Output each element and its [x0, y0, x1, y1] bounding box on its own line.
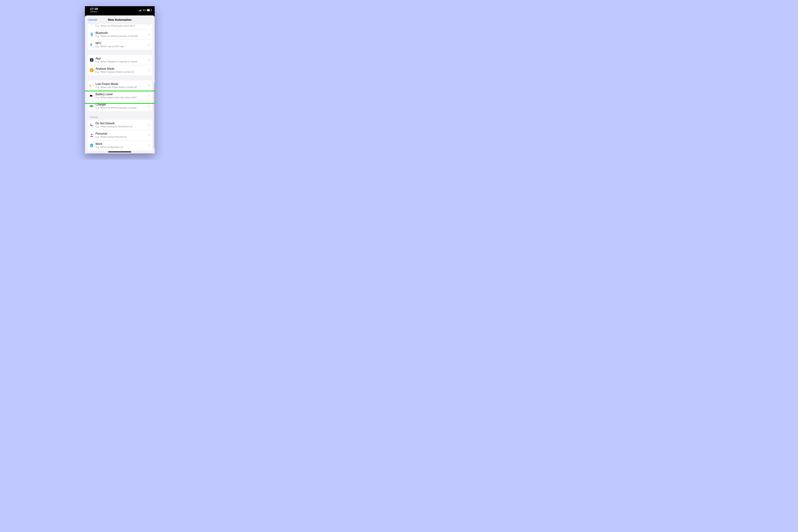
- chevron-right-icon: [148, 95, 150, 97]
- chevron-right-icon: [148, 44, 150, 46]
- cancel-button[interactable]: Cancel: [88, 18, 97, 22]
- low-power-icon: [90, 83, 94, 88]
- group-focus: Do Not Disturb E.g. “When turning Do Not…: [88, 120, 152, 151]
- group-connectivity: E.g. “When my iPhone joins home Wi-Fi” B…: [88, 24, 152, 50]
- svg-rect-4: [93, 95, 94, 96]
- airplane-icon: [90, 68, 94, 72]
- app-icon: [90, 58, 94, 62]
- wifi-sub: E.g. “When my iPhone joins home Wi-Fi”: [96, 25, 147, 27]
- status-time: 17:38: [90, 7, 98, 11]
- row-personal[interactable]: Personal E.g. “When turning Personal on”: [88, 130, 152, 140]
- chevron-right-icon: [148, 33, 150, 36]
- airplane-sub: E.g. “When Airplane Mode is turned on”: [96, 71, 147, 74]
- svg-point-9: [91, 134, 92, 135]
- nfc-icon: [90, 42, 94, 47]
- home-indicator[interactable]: [108, 151, 131, 152]
- chevron-right-icon: [148, 144, 150, 147]
- row-bluetooth[interactable]: Bluetooth E.g. “When my iPhone connects …: [88, 29, 152, 40]
- moon-icon: [90, 123, 94, 127]
- lowpower-title: Low Power Mode: [96, 82, 147, 86]
- charger-title: Charger: [96, 103, 147, 107]
- signal-icon: [139, 9, 142, 11]
- modal-sheet: Cancel New Automation E.g. “When my iPho…: [85, 15, 155, 153]
- svg-point-12: [91, 145, 92, 146]
- row-battery-level[interactable]: Battery Level E.g. “When battery level r…: [88, 91, 152, 101]
- nfc-title: NFC: [96, 41, 147, 45]
- nav-bar: Cancel New Automation: [85, 15, 155, 24]
- breadcrumb-back[interactable]: Search: [90, 11, 98, 13]
- row-wifi[interactable]: E.g. “When my iPhone joins home Wi-Fi”: [88, 24, 152, 29]
- row-charger[interactable]: Charger E.g. “When my iPhone connects to…: [88, 101, 152, 111]
- lowpower-sub: E.g. “When Low Power Mode is turned off”: [96, 86, 147, 89]
- battery-sub: E.g. “When battery level rises above 50%…: [96, 96, 147, 99]
- battery-icon: [147, 9, 151, 11]
- scroll-indicator: [154, 83, 154, 148]
- chevron-right-icon: [148, 134, 150, 136]
- dnd-sub: E.g. “When turning Do Not Disturb on”: [96, 126, 147, 128]
- page-title: New Automation: [108, 18, 131, 22]
- svg-rect-2: [90, 85, 91, 86]
- chevron-right-icon: [148, 59, 150, 61]
- personal-title: Personal: [96, 132, 147, 135]
- bluetooth-sub: E.g. “When my iPhone connects to AirPods…: [96, 35, 147, 38]
- battery-title: Battery Level: [96, 93, 147, 96]
- app-sub: E.g. “When “Weather” is opened or closed…: [96, 60, 147, 63]
- row-app[interactable]: App E.g. “When “Weather” is opened or cl…: [88, 55, 152, 65]
- phone-frame: 17:38 Search 4G Cancel New Automation: [85, 6, 155, 153]
- section-header-focus: Focus: [90, 116, 150, 119]
- svg-rect-5: [90, 95, 92, 96]
- battery-level-icon: [90, 94, 94, 98]
- charger-sub: E.g. “When my iPhone connects to power”: [96, 107, 147, 109]
- group-app: App E.g. “When “Weather” is opened or cl…: [88, 55, 152, 75]
- row-nfc[interactable]: NFC E.g. “When I tap an NFC tag”: [88, 40, 152, 50]
- person-icon: [90, 133, 94, 137]
- work-title: Work: [96, 142, 147, 146]
- status-bar: 17:38 Search 4G: [85, 6, 155, 14]
- wifi-icon: [90, 24, 94, 26]
- nfc-sub: E.g. “When I tap an NFC tag”: [96, 45, 147, 48]
- row-work[interactable]: Work E.g. “When turning Work on”: [88, 140, 152, 151]
- svg-rect-7: [93, 106, 94, 107]
- bluetooth-title: Bluetooth: [96, 31, 147, 35]
- row-do-not-disturb[interactable]: Do Not Disturb E.g. “When turning Do Not…: [88, 120, 152, 130]
- row-airplane-mode[interactable]: Airplane Mode E.g. “When Airplane Mode i…: [88, 65, 152, 75]
- charger-icon: [90, 104, 94, 108]
- network-label: 4G: [143, 9, 146, 12]
- group-battery: Low Power Mode E.g. “When Low Power Mode…: [88, 80, 152, 111]
- chevron-right-icon: [148, 69, 150, 72]
- dnd-title: Do Not Disturb: [96, 122, 147, 125]
- status-right: 4G: [139, 9, 151, 12]
- personal-sub: E.g. “When turning Personal on”: [96, 136, 147, 138]
- chevron-right-icon: [148, 124, 150, 126]
- airplane-title: Airplane Mode: [96, 67, 147, 71]
- row-low-power-mode[interactable]: Low Power Mode E.g. “When Low Power Mode…: [88, 80, 152, 91]
- scroll-area[interactable]: E.g. “When my iPhone joins home Wi-Fi” B…: [85, 24, 155, 153]
- app-title: App: [96, 57, 147, 60]
- work-sub: E.g. “When turning Work on”: [96, 146, 147, 149]
- svg-rect-1: [93, 85, 94, 86]
- badge-icon: [90, 143, 94, 148]
- chevron-right-icon: [148, 105, 150, 107]
- bluetooth-icon: [90, 32, 94, 37]
- svg-rect-11: [91, 144, 92, 144]
- chevron-right-icon: [148, 84, 150, 87]
- chevron-right-icon: [148, 24, 150, 25]
